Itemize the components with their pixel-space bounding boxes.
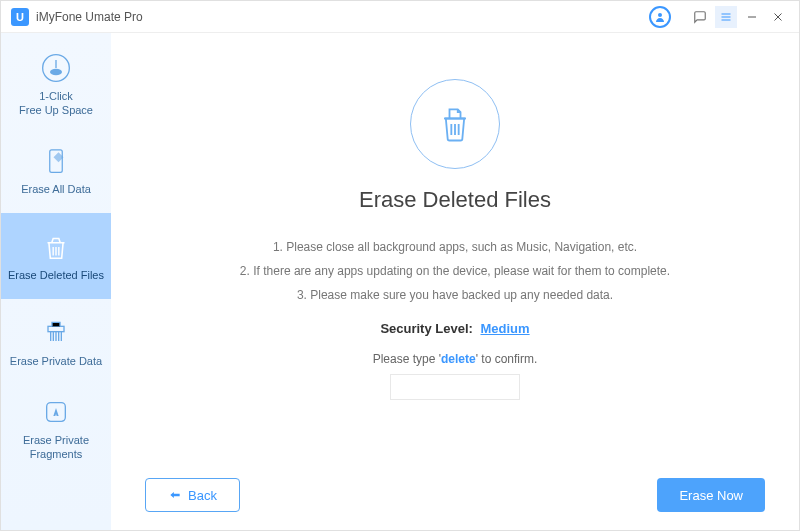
speech-bubble-icon [693, 10, 707, 24]
minimize-button[interactable] [741, 6, 763, 28]
sidebar-item-erase-private-data[interactable]: Erase Private Data [1, 299, 111, 385]
content-area: Erase Deleted Files 1. Please close all … [145, 57, 765, 466]
main-panel: Erase Deleted Files 1. Please close all … [111, 33, 799, 530]
minimize-icon [746, 11, 758, 23]
security-level-link[interactable]: Medium [481, 321, 530, 336]
back-arrow-icon [168, 488, 182, 502]
feedback-button[interactable] [689, 6, 711, 28]
instruction-line: 1. Please close all background apps, suc… [240, 235, 670, 259]
svg-point-2 [50, 69, 62, 76]
sidebar-item-label: 1-Click Free Up Space [19, 90, 93, 118]
svg-point-0 [658, 13, 662, 17]
user-account-button[interactable] [649, 6, 671, 28]
phone-erase-icon [38, 143, 74, 179]
page-title: Erase Deleted Files [359, 187, 551, 213]
back-button-label: Back [188, 488, 217, 503]
confirm-instruction: Please type 'delete' to confirm. [373, 352, 538, 366]
sidebar-item-erase-all[interactable]: Erase All Data [1, 127, 111, 213]
app-logo: U [11, 8, 29, 26]
security-level-row: Security Level: Medium [380, 321, 529, 336]
confirm-input[interactable] [390, 374, 520, 400]
hero-circle [410, 79, 500, 169]
erase-button-label: Erase Now [679, 488, 743, 503]
close-icon [772, 11, 784, 23]
svg-rect-4 [48, 326, 64, 331]
menu-button[interactable] [715, 6, 737, 28]
svg-rect-3 [50, 150, 63, 173]
shred-icon [38, 315, 74, 351]
menu-icon [720, 11, 732, 23]
sidebar: 1-Click Free Up Space Erase All Data Era… [1, 33, 111, 530]
sidebar-item-label: Erase Private Fragments [23, 434, 89, 462]
instruction-line: 2. If there are any apps updating on the… [240, 259, 670, 283]
sidebar-item-free-up-space[interactable]: 1-Click Free Up Space [1, 41, 111, 127]
app-body: 1-Click Free Up Space Erase All Data Era… [1, 33, 799, 530]
erase-now-button[interactable]: Erase Now [657, 478, 765, 512]
plunger-icon [38, 50, 74, 86]
sidebar-item-erase-deleted[interactable]: Erase Deleted Files [1, 213, 111, 299]
sidebar-item-label: Erase Private Data [10, 355, 102, 369]
instructions: 1. Please close all background apps, suc… [240, 235, 670, 307]
sidebar-item-label: Erase Deleted Files [8, 269, 104, 283]
confirm-keyword: delete [441, 352, 476, 366]
back-button[interactable]: Back [145, 478, 240, 512]
app-window: U iMyFone Umate Pro 1-Click Free Up Spac… [0, 0, 800, 531]
titlebar: U iMyFone Umate Pro [1, 1, 799, 33]
user-icon [654, 11, 666, 23]
footer-bar: Back Erase Now [145, 478, 765, 512]
sidebar-item-label: Erase All Data [21, 183, 91, 197]
trash-document-icon [433, 102, 477, 146]
trash-file-icon [38, 229, 74, 265]
sidebar-item-erase-private-fragments[interactable]: Erase Private Fragments [1, 385, 111, 471]
close-button[interactable] [767, 6, 789, 28]
instruction-line: 3. Please make sure you have backed up a… [240, 283, 670, 307]
security-level-label: Security Level: [380, 321, 473, 336]
app-title: iMyFone Umate Pro [36, 10, 143, 24]
app-fragments-icon [38, 394, 74, 430]
